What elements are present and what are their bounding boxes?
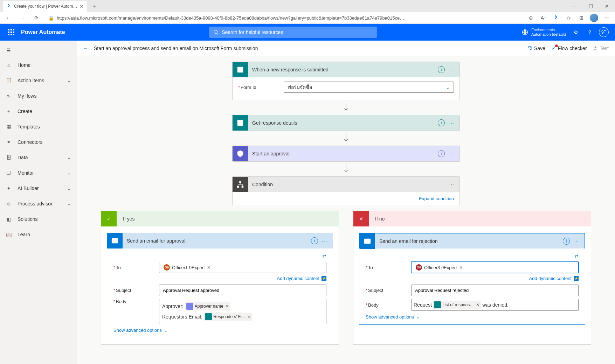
show-advanced-link[interactable]: Show advanced options⌄	[113, 328, 326, 333]
search-input[interactable]: Search for helpful resources	[209, 27, 377, 38]
more-icon[interactable]: ···	[448, 149, 456, 158]
swap-icon[interactable]: ⇄	[574, 253, 579, 259]
url-text: https://asia.flow.microsoft.com/manage/e…	[57, 15, 404, 21]
user-avatar[interactable]: 9T	[597, 24, 611, 41]
form-id-select[interactable]: ฟอร์มจัดซื้อ ⌄	[284, 82, 454, 93]
recipient-chip[interactable]: O9Officer1 9Expert✕	[161, 264, 213, 271]
more-icon[interactable]: ···	[448, 119, 456, 127]
more-icon[interactable]: ⋯	[601, 12, 612, 23]
subject-input[interactable]	[411, 285, 579, 296]
chevron-down-icon: ⌄	[67, 186, 71, 191]
nav-monitor[interactable]: 🖵Monitor⌄	[0, 165, 77, 181]
token-responders-email[interactable]: Responders' E…✕	[204, 313, 252, 321]
more-icon[interactable]: ···	[448, 180, 456, 189]
step-title: Start an approval	[252, 151, 290, 156]
remove-chip-icon[interactable]: ✕	[207, 265, 211, 270]
nav-solutions[interactable]: ◧Solutions	[0, 211, 77, 227]
nav-data[interactable]: 🗄Data⌄	[0, 150, 77, 165]
token-approver-name[interactable]: Approver name✕	[186, 302, 230, 310]
add-dynamic-link[interactable]: Add dynamic content	[529, 276, 572, 281]
nav-process-advisor[interactable]: ⎋Process advisor⌄	[0, 196, 77, 211]
body-input[interactable]: Request List of respons…✕ was denied.	[411, 299, 579, 311]
nav-connectors[interactable]: ⚭Connectors	[0, 134, 77, 150]
template-icon: ▦	[6, 124, 12, 130]
step-title: Get response details	[252, 120, 297, 126]
step-email-approval-header[interactable]: Send an email for approval i···	[107, 233, 333, 248]
back-button[interactable]: ←	[3, 12, 14, 23]
to-input[interactable]: O9Officer1 9Expert✕	[159, 262, 326, 273]
svg-rect-5	[242, 186, 244, 188]
remove-token-icon[interactable]: ✕	[476, 302, 479, 307]
step-title: When a new response is submitted	[252, 67, 329, 72]
address-bar[interactable]: 🔒 https://asia.flow.microsoft.com/manage…	[45, 13, 523, 23]
nav-create[interactable]: ＋Create	[0, 104, 77, 119]
nav-action-items[interactable]: 📋Action items⌄	[0, 73, 77, 88]
help-icon[interactable]: i	[563, 238, 570, 245]
token-list-responses[interactable]: List of respons…✕	[433, 301, 481, 309]
nav-home[interactable]: ⌂Home	[0, 57, 77, 73]
favorites-icon[interactable]: ✩	[563, 12, 574, 23]
maximize-icon[interactable]: ☐	[583, 1, 599, 12]
dynamic-icon[interactable]: ⚡	[322, 276, 326, 281]
to-input[interactable]: O9Officer3 9Expert✕	[411, 262, 579, 273]
field-label: *Form Id	[238, 85, 284, 90]
solutions-icon: ◧	[6, 216, 12, 222]
profile-avatar[interactable]	[588, 12, 600, 23]
browser-tab[interactable]: Create your flow | Power Autom… ✕	[3, 1, 87, 12]
flow-checker-button[interactable]: ✓Flow checker	[552, 46, 587, 51]
nav-learn[interactable]: 📖Learn	[0, 227, 77, 242]
subject-field[interactable]	[161, 286, 324, 294]
step-trigger-header[interactable]: When a new response is submitted i···	[233, 62, 459, 77]
expand-condition-link[interactable]: Expand condition	[419, 196, 454, 201]
step-condition-header[interactable]: Condition ···	[233, 177, 459, 192]
swap-icon[interactable]: ⇄	[322, 253, 326, 259]
more-icon[interactable]: ···	[321, 237, 329, 245]
add-dynamic-link[interactable]: Add dynamic content	[277, 276, 319, 281]
zoom-icon[interactable]: ⊕	[525, 12, 537, 23]
hamburger-icon[interactable]: ☰	[0, 43, 17, 57]
flow-ext-icon[interactable]	[551, 12, 562, 23]
remove-token-icon[interactable]: ✕	[226, 304, 229, 309]
step-title: Send an email for approval	[127, 238, 185, 244]
dynamic-icon[interactable]: ⚡	[574, 276, 579, 281]
remove-chip-icon[interactable]: ✕	[459, 265, 463, 270]
waffle-icon[interactable]	[4, 24, 18, 41]
help-icon[interactable]: i	[311, 237, 318, 244]
help-icon[interactable]: i	[438, 66, 445, 73]
chevron-down-icon: ⌄	[164, 328, 168, 333]
step-get-details-header[interactable]: Get response details i···	[233, 115, 459, 131]
nav-my-flows[interactable]: ∿My flows	[0, 88, 77, 104]
minimize-icon[interactable]: ―	[567, 1, 583, 12]
refresh-button[interactable]: ⟳	[31, 12, 42, 23]
subject-input[interactable]	[159, 285, 326, 296]
more-icon[interactable]: ···	[573, 237, 581, 245]
subject-field[interactable]	[414, 286, 576, 294]
subject-label: *Subject	[366, 288, 411, 293]
settings-icon[interactable]: ⚙	[569, 24, 583, 41]
step-email-rejection-header[interactable]: Send an email for rejection i···	[359, 233, 585, 248]
show-advanced-link[interactable]: Show advanced options⌄	[366, 314, 579, 320]
close-icon[interactable]: ✕	[80, 4, 84, 9]
help-icon[interactable]: ?	[583, 24, 597, 41]
body-input[interactable]: Approver: Approver name✕ Requestors Emai…	[159, 299, 326, 324]
reading-icon[interactable]: A⁺	[538, 12, 549, 23]
flow-arrow-icon	[232, 162, 460, 176]
help-icon[interactable]: i	[438, 119, 445, 126]
ai-icon: ✦	[6, 185, 12, 191]
nav-ai-builder[interactable]: ✦AI Builder⌄	[0, 181, 77, 196]
step-approval-header[interactable]: Start an approval i···	[233, 146, 459, 161]
chevron-down-icon: ⌄	[416, 314, 420, 320]
lock-icon: 🔒	[48, 15, 54, 21]
save-button[interactable]: 🖫Save	[527, 46, 545, 51]
environment-picker[interactable]: Environments Automation (default)	[521, 28, 566, 37]
remove-token-icon[interactable]: ✕	[247, 314, 251, 319]
back-arrow-icon[interactable]: ←	[83, 46, 88, 51]
recipient-chip[interactable]: O9Officer3 9Expert✕	[414, 264, 465, 271]
close-window-icon[interactable]: ✕	[599, 1, 615, 12]
more-icon[interactable]: ···	[448, 65, 456, 74]
nav-templates[interactable]: ▦Templates	[0, 119, 77, 134]
app-name: Power Automate	[21, 29, 65, 35]
new-tab-button[interactable]: ＋	[89, 1, 99, 11]
collections-icon[interactable]: ⊞	[576, 12, 587, 23]
help-icon[interactable]: i	[438, 150, 445, 157]
